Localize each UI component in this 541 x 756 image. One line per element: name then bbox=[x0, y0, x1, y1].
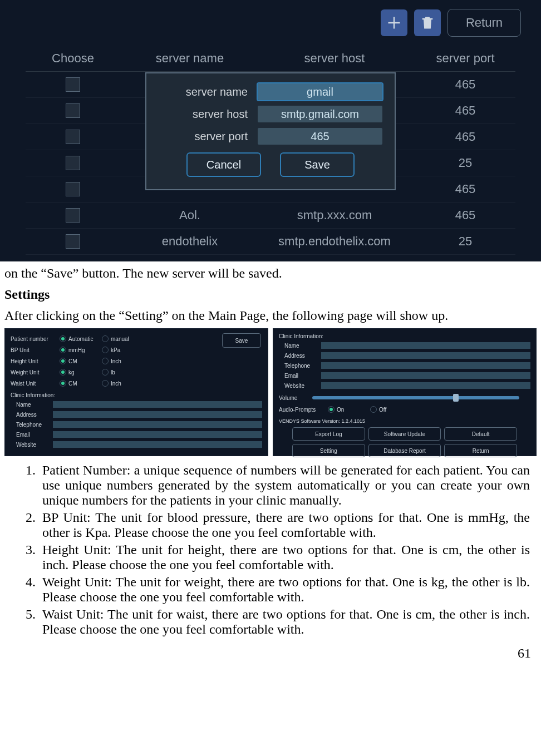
cancel-button[interactable]: Cancel bbox=[186, 152, 261, 177]
radio-option-b[interactable]: manual bbox=[102, 335, 140, 342]
col-port: server port bbox=[410, 51, 521, 66]
action-button-grid: Export LogSoftware UpdateDefaultSettingD… bbox=[279, 427, 530, 457]
clinic-field-label: Email bbox=[16, 432, 47, 438]
setting-label: Height Unit bbox=[11, 358, 55, 364]
row-host: smtp.endothelix.com bbox=[259, 234, 410, 249]
doc-numbered-list: Patient Number: a unique sequence of num… bbox=[0, 463, 541, 637]
volume-label: Volume bbox=[279, 395, 307, 401]
row-checkbox[interactable] bbox=[66, 208, 80, 223]
clinic-field-row: Website bbox=[279, 381, 530, 391]
row-port: 25 bbox=[410, 234, 521, 249]
return-button[interactable]: Return bbox=[444, 444, 517, 457]
clinic-field-row: Telephone bbox=[279, 360, 530, 370]
setting-label: BP Unit bbox=[11, 347, 55, 353]
radio-icon bbox=[60, 380, 66, 387]
list-item: Weight Unit: The unit for weight, there … bbox=[39, 575, 530, 605]
modal-name-input[interactable]: gmail bbox=[258, 83, 382, 100]
clinic-field-label: Telephone bbox=[284, 363, 316, 369]
clinic-field-label: Name bbox=[16, 402, 47, 408]
clinic-field-label: Website bbox=[16, 442, 47, 448]
clinic-field-input[interactable] bbox=[321, 352, 530, 359]
radio-option-b[interactable]: lb bbox=[102, 369, 140, 375]
plus-icon bbox=[386, 15, 402, 31]
row-checkbox[interactable] bbox=[66, 77, 80, 92]
export-log-button[interactable]: Export Log bbox=[292, 427, 365, 441]
list-item: Waist Unit: The unit for waist, there ar… bbox=[39, 607, 530, 637]
row-checkbox[interactable] bbox=[66, 234, 80, 249]
row-checkbox[interactable] bbox=[66, 156, 80, 170]
add-button[interactable] bbox=[381, 9, 407, 36]
server-row[interactable]: endothelixsmtp.endothelix.com25 bbox=[26, 229, 515, 255]
clinic-field-label: Name bbox=[284, 343, 316, 349]
modal-host-label: server host bbox=[159, 108, 248, 121]
clinic-field-row: Address bbox=[11, 409, 262, 419]
toolbar: Return bbox=[3, 6, 538, 40]
clinic-field-row: Email bbox=[279, 370, 530, 381]
doc-line: on the “Save” button. The new server wil… bbox=[4, 265, 537, 281]
clinic-field-row: Address bbox=[279, 350, 530, 360]
radio-option-a[interactable]: kg bbox=[60, 369, 97, 375]
settings-panel-right: Clinic Information: NameAddressTelephone… bbox=[273, 328, 537, 456]
setting-row: Weight Unitkglb bbox=[11, 367, 262, 378]
radio-option-b[interactable]: Inch bbox=[102, 358, 140, 364]
modal-port-input[interactable]: 465 bbox=[258, 128, 382, 145]
clinic-info-label: Clinic Information: bbox=[279, 333, 530, 339]
return-button[interactable]: Return bbox=[447, 9, 521, 37]
default-button[interactable]: Default bbox=[444, 427, 517, 441]
save-settings-button[interactable]: Save bbox=[222, 333, 261, 348]
doc-line: After clicking on the “Setting” on the M… bbox=[4, 307, 537, 324]
clinic-field-row: Telephone bbox=[11, 419, 262, 429]
clinic-field-input[interactable] bbox=[53, 411, 262, 418]
row-checkbox[interactable] bbox=[66, 182, 80, 196]
radio-icon bbox=[60, 358, 66, 364]
radio-option-b[interactable]: Inch bbox=[102, 380, 140, 387]
modal-host-input[interactable]: smtp.gmail.com bbox=[258, 106, 382, 122]
volume-slider[interactable] bbox=[312, 396, 519, 399]
delete-button[interactable] bbox=[414, 9, 441, 36]
audio-off-option[interactable]: Off bbox=[370, 406, 408, 413]
clinic-field-input[interactable] bbox=[53, 401, 262, 408]
audio-on-option[interactable]: On bbox=[328, 406, 366, 413]
list-item: Height Unit: The unit for height, there … bbox=[39, 542, 530, 572]
row-checkbox[interactable] bbox=[66, 103, 80, 118]
row-port: 465 bbox=[410, 130, 521, 144]
setting-label: Patient number bbox=[11, 336, 55, 342]
clinic-field-input[interactable] bbox=[321, 372, 530, 379]
radio-icon bbox=[102, 380, 109, 387]
radio-icon bbox=[102, 369, 109, 375]
clinic-field-row: Website bbox=[11, 439, 262, 449]
modal-port-label: server port bbox=[159, 130, 248, 143]
clinic-field-row: Name bbox=[11, 399, 262, 409]
clinic-field-input[interactable] bbox=[53, 431, 262, 438]
clinic-field-input[interactable] bbox=[321, 362, 530, 369]
row-checkbox[interactable] bbox=[66, 130, 80, 144]
clinic-field-input[interactable] bbox=[53, 421, 262, 428]
row-host: smtp.xxx.com bbox=[259, 208, 410, 223]
radio-option-a[interactable]: Automatic bbox=[60, 335, 97, 342]
clinic-field-label: Website bbox=[284, 383, 316, 389]
doc-heading: Settings bbox=[4, 286, 537, 303]
radio-option-b[interactable]: kPa bbox=[102, 347, 140, 353]
clinic-field-row: Email bbox=[11, 429, 262, 439]
clinic-field-label: Telephone bbox=[16, 422, 47, 428]
clinic-field-input[interactable] bbox=[321, 382, 530, 389]
clinic-field-input[interactable] bbox=[321, 342, 530, 349]
radio-option-a[interactable]: CM bbox=[60, 358, 97, 364]
volume-thumb[interactable] bbox=[453, 394, 459, 402]
database-report-button[interactable]: Database Report bbox=[368, 444, 441, 457]
server-row[interactable]: Aol.smtp.xxx.com465 bbox=[26, 202, 515, 229]
clinic-field-input[interactable] bbox=[53, 441, 262, 448]
list-item: Patient Number: a unique sequence of num… bbox=[39, 463, 530, 508]
save-button[interactable]: Save bbox=[280, 152, 355, 177]
radio-option-a[interactable]: CM bbox=[60, 380, 97, 387]
clinic-field-label: Email bbox=[284, 373, 316, 379]
setting-button[interactable]: Setting bbox=[292, 444, 365, 457]
row-name: endothelix bbox=[120, 234, 259, 249]
software-version: VENDYS Software Version: 1.2.4.1015 bbox=[279, 418, 530, 424]
row-port: 465 bbox=[410, 77, 521, 92]
setting-row: Height UnitCMInch bbox=[11, 355, 262, 367]
radio-option-a[interactable]: mmHg bbox=[60, 347, 97, 353]
clinic-info-label: Clinic Information: bbox=[11, 392, 262, 398]
software-update-button[interactable]: Software Update bbox=[368, 427, 441, 441]
row-port: 465 bbox=[410, 182, 521, 196]
